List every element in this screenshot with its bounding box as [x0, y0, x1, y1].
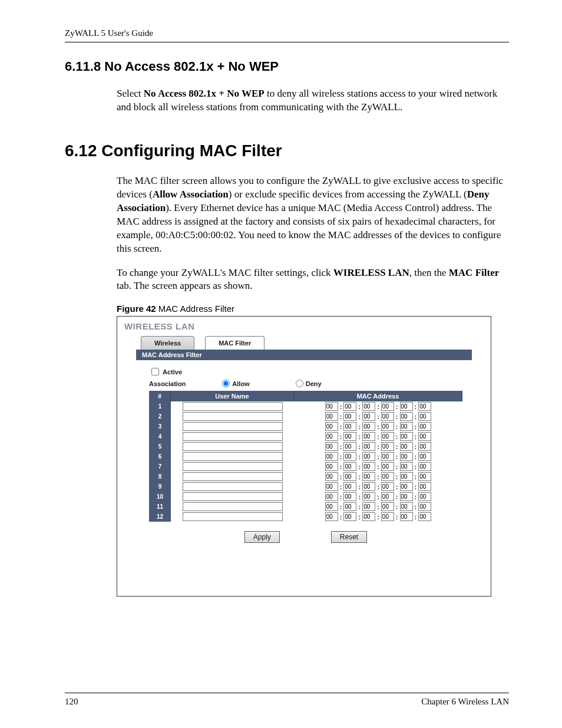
mac-octet-input[interactable]	[400, 432, 413, 441]
mac-octet-input[interactable]	[362, 402, 375, 411]
apply-button[interactable]: Apply	[244, 531, 280, 543]
row-number: 5	[149, 442, 171, 452]
mac-octet-input[interactable]	[343, 432, 356, 441]
mac-octet-input[interactable]	[362, 442, 375, 451]
text: ). Every Ethernet device has a unique MA…	[117, 202, 501, 254]
mac-octet-input[interactable]	[325, 422, 338, 431]
mac-octet-input[interactable]	[418, 482, 431, 491]
mac-octet-input[interactable]	[325, 492, 338, 501]
mac-octet-input[interactable]	[362, 452, 375, 461]
mac-separator: :	[358, 413, 361, 420]
mac-octet-input[interactable]	[343, 502, 356, 511]
mac-octet-input[interactable]	[418, 512, 431, 521]
mac-octet-input[interactable]	[343, 512, 356, 521]
active-checkbox[interactable]	[151, 368, 159, 375]
mac-octet-input[interactable]	[343, 442, 356, 451]
mac-separator: :	[377, 503, 379, 510]
username-input[interactable]	[183, 502, 283, 511]
mac-octet-input[interactable]	[400, 502, 413, 511]
mac-octet-input[interactable]	[325, 402, 338, 411]
username-input[interactable]	[183, 492, 283, 501]
mac-octet-input[interactable]	[400, 462, 413, 471]
mac-octet-input[interactable]	[418, 462, 431, 471]
username-input[interactable]	[183, 462, 283, 471]
username-input[interactable]	[183, 442, 283, 451]
mac-octet-input[interactable]	[362, 492, 375, 501]
mac-octet-input[interactable]	[381, 422, 394, 431]
username-input[interactable]	[183, 412, 283, 421]
username-input[interactable]	[183, 472, 283, 481]
mac-octet-input[interactable]	[343, 492, 356, 501]
mac-octet-input[interactable]	[343, 422, 356, 431]
mac-octet-input[interactable]	[400, 482, 413, 491]
username-input[interactable]	[183, 512, 283, 521]
mac-octet-input[interactable]	[362, 462, 375, 471]
mac-octet-input[interactable]	[325, 472, 338, 481]
mac-octet-input[interactable]	[381, 442, 394, 451]
username-input[interactable]	[183, 482, 283, 491]
mac-octet-input[interactable]	[418, 442, 431, 451]
mac-octet-input[interactable]	[400, 402, 413, 411]
mac-octet-input[interactable]	[325, 412, 338, 421]
mac-octet-input[interactable]	[381, 472, 394, 481]
mac-octet-input[interactable]	[381, 402, 394, 411]
mac-octet-input[interactable]	[325, 512, 338, 521]
mac-octet-input[interactable]	[381, 412, 394, 421]
mac-octet-input[interactable]	[418, 422, 431, 431]
mac-octet-input[interactable]	[343, 462, 356, 471]
mac-octet-input[interactable]	[381, 492, 394, 501]
mac-octet-input[interactable]	[325, 462, 338, 471]
mac-octet-input[interactable]	[325, 432, 338, 441]
username-cell	[171, 512, 294, 522]
mac-octet-input[interactable]	[362, 432, 375, 441]
mac-octet-input[interactable]	[418, 502, 431, 511]
page-footer: 120 Chapter 6 Wireless LAN	[65, 693, 509, 707]
mac-octet-input[interactable]	[343, 472, 356, 481]
deny-radio[interactable]	[296, 380, 303, 387]
allow-radio[interactable]	[222, 380, 230, 387]
mac-octet-input[interactable]	[381, 452, 394, 461]
mac-octet-input[interactable]	[343, 412, 356, 421]
mac-octet-input[interactable]	[381, 512, 394, 521]
mac-octet-input[interactable]	[418, 472, 431, 481]
mac-octet-input[interactable]	[381, 482, 394, 491]
mac-octet-input[interactable]	[343, 452, 356, 461]
mac-octet-input[interactable]	[362, 512, 375, 521]
mac-octet-input[interactable]	[418, 412, 431, 421]
mac-octet-input[interactable]	[325, 452, 338, 461]
mac-octet-input[interactable]	[325, 482, 338, 491]
mac-octet-input[interactable]	[400, 452, 413, 461]
mac-octet-input[interactable]	[381, 462, 394, 471]
username-input[interactable]	[183, 452, 283, 461]
mac-octet-input[interactable]	[362, 482, 375, 491]
mac-octet-input[interactable]	[343, 402, 356, 411]
mac-octet-input[interactable]	[400, 472, 413, 481]
mac-octet-input[interactable]	[400, 412, 413, 421]
username-input[interactable]	[183, 422, 283, 431]
mac-octet-input[interactable]	[418, 492, 431, 501]
mac-octet-input[interactable]	[362, 422, 375, 431]
mac-octet-input[interactable]	[381, 502, 394, 511]
mac-octet-input[interactable]	[400, 422, 413, 431]
mac-octet-input[interactable]	[362, 412, 375, 421]
username-input[interactable]	[183, 432, 283, 441]
mac-octet-input[interactable]	[418, 402, 431, 411]
mac-octet-input[interactable]	[343, 482, 356, 491]
tab-wireless[interactable]: Wireless	[141, 336, 194, 350]
username-input[interactable]	[183, 402, 283, 411]
row-number: 2	[149, 411, 171, 421]
mac-octet-input[interactable]	[400, 512, 413, 521]
tab-mac-filter[interactable]: MAC Filter	[205, 336, 265, 350]
mac-octet-input[interactable]	[381, 432, 394, 441]
mac-separator: :	[377, 413, 379, 420]
reset-button[interactable]: Reset	[331, 531, 367, 543]
mac-octet-input[interactable]	[362, 502, 375, 511]
mac-octet-input[interactable]	[362, 472, 375, 481]
mac-octet-input[interactable]	[418, 432, 431, 441]
mac-octet-input[interactable]	[400, 442, 413, 451]
text-bold: MAC Filter	[449, 267, 499, 278]
mac-octet-input[interactable]	[400, 492, 413, 501]
mac-octet-input[interactable]	[325, 442, 338, 451]
mac-octet-input[interactable]	[418, 452, 431, 461]
mac-octet-input[interactable]	[325, 502, 338, 511]
